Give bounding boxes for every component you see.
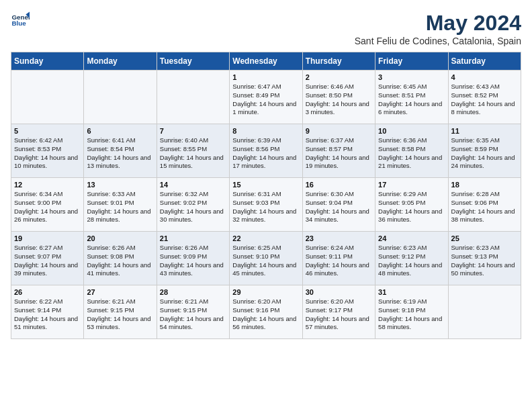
title-block: May 2024 Sant Feliu de Codines, Cataloni… xyxy=(355,11,521,46)
day-info: Sunrise: 6:23 AM Sunset: 9:12 PM Dayligh… xyxy=(378,244,445,278)
calendar-cell xyxy=(448,285,521,339)
day-number: 11 xyxy=(451,127,518,135)
calendar-cell: 23Sunrise: 6:24 AM Sunset: 9:11 PM Dayli… xyxy=(302,232,375,285)
day-number: 31 xyxy=(378,288,445,296)
day-number: 6 xyxy=(87,127,153,135)
calendar-cell xyxy=(84,71,157,124)
day-info: Sunrise: 6:25 AM Sunset: 9:10 PM Dayligh… xyxy=(232,244,299,278)
calendar-cell: 30Sunrise: 6:20 AM Sunset: 9:17 PM Dayli… xyxy=(302,285,375,339)
logo-icon: General Blue xyxy=(11,11,30,30)
calendar-title: May 2024 xyxy=(355,11,521,36)
calendar-week-1: 5Sunrise: 6:42 AM Sunset: 8:53 PM Daylig… xyxy=(11,124,521,178)
header-friday: Friday xyxy=(375,52,448,71)
header-thursday: Thursday xyxy=(302,52,375,71)
calendar-cell: 5Sunrise: 6:42 AM Sunset: 8:53 PM Daylig… xyxy=(11,124,84,178)
calendar-cell: 21Sunrise: 6:26 AM Sunset: 9:09 PM Dayli… xyxy=(157,232,229,285)
day-number: 3 xyxy=(378,73,445,81)
calendar-cell: 31Sunrise: 6:19 AM Sunset: 9:18 PM Dayli… xyxy=(375,285,448,339)
day-info: Sunrise: 6:40 AM Sunset: 8:55 PM Dayligh… xyxy=(160,136,226,171)
day-number: 13 xyxy=(87,181,153,189)
day-number: 26 xyxy=(14,288,81,296)
day-number: 2 xyxy=(306,73,372,81)
day-info: Sunrise: 6:24 AM Sunset: 9:11 PM Dayligh… xyxy=(306,244,372,278)
calendar-cell: 12Sunrise: 6:34 AM Sunset: 9:00 PM Dayli… xyxy=(11,178,84,232)
day-number: 27 xyxy=(87,288,153,296)
calendar-cell: 1Sunrise: 6:47 AM Sunset: 8:49 PM Daylig… xyxy=(230,71,302,124)
day-info: Sunrise: 6:32 AM Sunset: 9:02 PM Dayligh… xyxy=(160,190,226,224)
day-number: 12 xyxy=(14,181,81,189)
calendar-cell: 22Sunrise: 6:25 AM Sunset: 9:10 PM Dayli… xyxy=(230,232,302,285)
day-number: 5 xyxy=(14,127,81,135)
calendar-cell: 2Sunrise: 6:46 AM Sunset: 8:50 PM Daylig… xyxy=(302,71,375,124)
calendar-cell: 10Sunrise: 6:36 AM Sunset: 8:58 PM Dayli… xyxy=(375,124,448,178)
calendar-subtitle: Sant Feliu de Codines, Catalonia, Spain xyxy=(355,36,521,46)
day-info: Sunrise: 6:28 AM Sunset: 9:06 PM Dayligh… xyxy=(451,190,518,224)
calendar-cell: 16Sunrise: 6:30 AM Sunset: 9:04 PM Dayli… xyxy=(302,178,375,232)
header-saturday: Saturday xyxy=(448,52,521,71)
day-number: 10 xyxy=(378,127,445,135)
day-info: Sunrise: 6:47 AM Sunset: 8:49 PM Dayligh… xyxy=(232,83,299,117)
calendar-cell: 27Sunrise: 6:21 AM Sunset: 9:15 PM Dayli… xyxy=(84,285,157,339)
day-info: Sunrise: 6:22 AM Sunset: 9:14 PM Dayligh… xyxy=(14,298,81,332)
calendar-cell: 25Sunrise: 6:23 AM Sunset: 9:13 PM Dayli… xyxy=(448,232,521,285)
calendar-cell: 15Sunrise: 6:31 AM Sunset: 9:03 PM Dayli… xyxy=(230,178,302,232)
calendar-body: 1Sunrise: 6:47 AM Sunset: 8:49 PM Daylig… xyxy=(11,71,521,339)
calendar-header: SundayMondayTuesdayWednesdayThursdayFrid… xyxy=(11,52,521,71)
page-header: General Blue May 2024 Sant Feliu de Codi… xyxy=(11,11,521,46)
day-info: Sunrise: 6:33 AM Sunset: 9:01 PM Dayligh… xyxy=(87,190,153,224)
day-number: 25 xyxy=(451,234,518,242)
calendar-cell: 13Sunrise: 6:33 AM Sunset: 9:01 PM Dayli… xyxy=(84,178,157,232)
day-info: Sunrise: 6:43 AM Sunset: 8:52 PM Dayligh… xyxy=(451,83,518,117)
day-number: 18 xyxy=(451,181,518,189)
day-info: Sunrise: 6:30 AM Sunset: 9:04 PM Dayligh… xyxy=(306,190,372,224)
logo: General Blue xyxy=(11,11,30,30)
header-wednesday: Wednesday xyxy=(230,52,302,71)
day-number: 23 xyxy=(306,234,372,242)
day-info: Sunrise: 6:21 AM Sunset: 9:15 PM Dayligh… xyxy=(160,298,226,332)
calendar-week-4: 26Sunrise: 6:22 AM Sunset: 9:14 PM Dayli… xyxy=(11,285,521,339)
day-number: 8 xyxy=(232,127,299,135)
day-info: Sunrise: 6:31 AM Sunset: 9:03 PM Dayligh… xyxy=(232,190,299,224)
day-info: Sunrise: 6:20 AM Sunset: 9:16 PM Dayligh… xyxy=(232,298,299,332)
day-number: 9 xyxy=(306,127,372,135)
calendar-cell: 28Sunrise: 6:21 AM Sunset: 9:15 PM Dayli… xyxy=(157,285,229,339)
day-info: Sunrise: 6:34 AM Sunset: 9:00 PM Dayligh… xyxy=(14,190,81,224)
day-info: Sunrise: 6:37 AM Sunset: 8:57 PM Dayligh… xyxy=(306,136,372,171)
svg-text:Blue: Blue xyxy=(11,19,26,27)
day-info: Sunrise: 6:45 AM Sunset: 8:51 PM Dayligh… xyxy=(378,83,445,117)
header-sunday: Sunday xyxy=(11,52,84,71)
day-info: Sunrise: 6:46 AM Sunset: 8:50 PM Dayligh… xyxy=(306,83,372,117)
day-number: 20 xyxy=(87,234,153,242)
day-number: 16 xyxy=(306,181,372,189)
day-number: 30 xyxy=(306,288,372,296)
day-number: 19 xyxy=(14,234,81,242)
calendar-cell: 18Sunrise: 6:28 AM Sunset: 9:06 PM Dayli… xyxy=(448,178,521,232)
day-number: 4 xyxy=(451,73,518,81)
calendar-week-2: 12Sunrise: 6:34 AM Sunset: 9:00 PM Dayli… xyxy=(11,178,521,232)
calendar-cell: 8Sunrise: 6:39 AM Sunset: 8:56 PM Daylig… xyxy=(230,124,302,178)
calendar-cell: 9Sunrise: 6:37 AM Sunset: 8:57 PM Daylig… xyxy=(302,124,375,178)
day-info: Sunrise: 6:21 AM Sunset: 9:15 PM Dayligh… xyxy=(87,298,153,332)
day-number: 22 xyxy=(232,234,299,242)
day-info: Sunrise: 6:26 AM Sunset: 9:08 PM Dayligh… xyxy=(87,244,153,278)
day-info: Sunrise: 6:19 AM Sunset: 9:18 PM Dayligh… xyxy=(378,298,445,332)
day-number: 28 xyxy=(160,288,226,296)
day-info: Sunrise: 6:41 AM Sunset: 8:54 PM Dayligh… xyxy=(87,136,153,171)
calendar-cell: 26Sunrise: 6:22 AM Sunset: 9:14 PM Dayli… xyxy=(11,285,84,339)
calendar-cell: 3Sunrise: 6:45 AM Sunset: 8:51 PM Daylig… xyxy=(375,71,448,124)
calendar-cell: 17Sunrise: 6:29 AM Sunset: 9:05 PM Dayli… xyxy=(375,178,448,232)
day-info: Sunrise: 6:29 AM Sunset: 9:05 PM Dayligh… xyxy=(378,190,445,224)
day-number: 24 xyxy=(378,234,445,242)
day-number: 17 xyxy=(378,181,445,189)
calendar-week-0: 1Sunrise: 6:47 AM Sunset: 8:49 PM Daylig… xyxy=(11,71,521,124)
header-monday: Monday xyxy=(84,52,157,71)
day-info: Sunrise: 6:20 AM Sunset: 9:17 PM Dayligh… xyxy=(306,298,372,332)
calendar-cell: 20Sunrise: 6:26 AM Sunset: 9:08 PM Dayli… xyxy=(84,232,157,285)
day-number: 21 xyxy=(160,234,226,242)
day-info: Sunrise: 6:36 AM Sunset: 8:58 PM Dayligh… xyxy=(378,136,445,171)
day-number: 1 xyxy=(232,73,299,81)
day-info: Sunrise: 6:23 AM Sunset: 9:13 PM Dayligh… xyxy=(451,244,518,278)
calendar-table: SundayMondayTuesdayWednesdayThursdayFrid… xyxy=(11,52,521,339)
day-info: Sunrise: 6:26 AM Sunset: 9:09 PM Dayligh… xyxy=(160,244,226,278)
calendar-cell xyxy=(157,71,229,124)
